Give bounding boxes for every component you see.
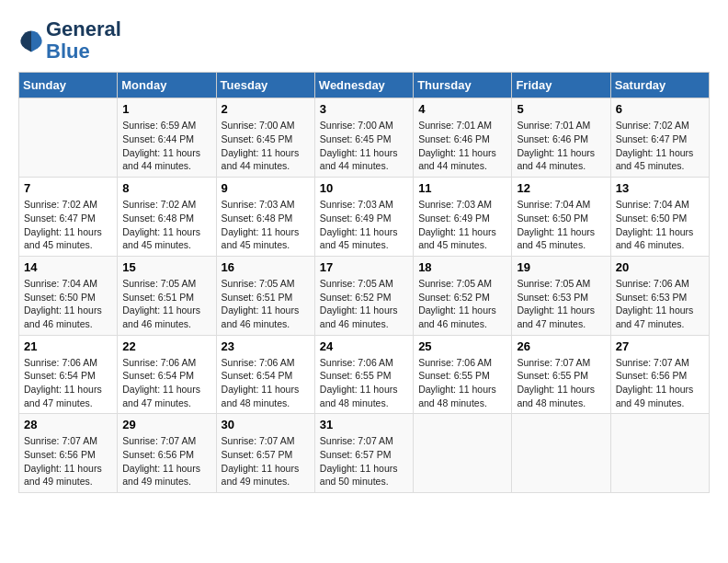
day-number: 5 — [517, 102, 605, 116]
calendar-cell: 31Sunrise: 7:07 AM Sunset: 6:57 PM Dayli… — [314, 414, 413, 493]
calendar-cell: 30Sunrise: 7:07 AM Sunset: 6:57 PM Dayli… — [216, 414, 314, 493]
day-info: Sunrise: 7:04 AM Sunset: 6:50 PM Dayligh… — [616, 198, 704, 252]
calendar-cell: 28Sunrise: 7:07 AM Sunset: 6:56 PM Dayli… — [19, 414, 118, 493]
day-info: Sunrise: 7:07 AM Sunset: 6:56 PM Dayligh… — [122, 434, 210, 488]
calendar-cell: 21Sunrise: 7:06 AM Sunset: 6:54 PM Dayli… — [19, 335, 118, 414]
day-number: 11 — [418, 181, 506, 195]
day-number: 15 — [122, 260, 210, 274]
calendar-cell: 25Sunrise: 7:06 AM Sunset: 6:55 PM Dayli… — [414, 335, 512, 414]
calendar-body: 1Sunrise: 6:59 AM Sunset: 6:44 PM Daylig… — [19, 98, 710, 493]
day-number: 29 — [122, 418, 210, 431]
day-info: Sunrise: 7:07 AM Sunset: 6:56 PM Dayligh… — [616, 356, 704, 410]
calendar-cell: 8Sunrise: 7:02 AM Sunset: 6:48 PM Daylig… — [118, 178, 216, 257]
day-info: Sunrise: 7:02 AM Sunset: 6:47 PM Dayligh… — [24, 198, 112, 252]
logo-icon — [18, 28, 44, 53]
calendar-cell: 9Sunrise: 7:03 AM Sunset: 6:48 PM Daylig… — [216, 178, 314, 257]
day-info: Sunrise: 7:04 AM Sunset: 6:50 PM Dayligh… — [24, 277, 112, 331]
day-number: 19 — [517, 260, 605, 274]
day-info: Sunrise: 7:06 AM Sunset: 6:55 PM Dayligh… — [320, 356, 408, 410]
day-number: 18 — [418, 260, 506, 274]
calendar-cell: 18Sunrise: 7:05 AM Sunset: 6:52 PM Dayli… — [414, 256, 512, 335]
calendar-cell: 10Sunrise: 7:03 AM Sunset: 6:49 PM Dayli… — [314, 178, 413, 257]
logo-text: General Blue — [46, 18, 121, 63]
day-number: 23 — [222, 339, 310, 353]
day-info: Sunrise: 7:07 AM Sunset: 6:57 PM Dayligh… — [222, 434, 310, 488]
day-info: Sunrise: 7:07 AM Sunset: 6:55 PM Dayligh… — [517, 356, 605, 410]
day-info: Sunrise: 6:59 AM Sunset: 6:44 PM Dayligh… — [122, 119, 210, 173]
day-number: 8 — [122, 181, 210, 195]
day-info: Sunrise: 7:06 AM Sunset: 6:54 PM Dayligh… — [222, 356, 310, 410]
calendar-cell: 23Sunrise: 7:06 AM Sunset: 6:54 PM Dayli… — [216, 335, 314, 414]
calendar-cell: 13Sunrise: 7:04 AM Sunset: 6:50 PM Dayli… — [610, 178, 709, 257]
calendar-cell: 12Sunrise: 7:04 AM Sunset: 6:50 PM Dayli… — [512, 178, 610, 257]
calendar-cell: 27Sunrise: 7:07 AM Sunset: 6:56 PM Dayli… — [610, 335, 709, 414]
column-header-tuesday: Tuesday — [216, 73, 314, 98]
calendar-cell: 14Sunrise: 7:04 AM Sunset: 6:50 PM Dayli… — [19, 256, 118, 335]
day-number: 25 — [418, 339, 506, 353]
calendar-cell: 29Sunrise: 7:07 AM Sunset: 6:56 PM Dayli… — [118, 414, 216, 493]
week-row-5: 28Sunrise: 7:07 AM Sunset: 6:56 PM Dayli… — [19, 414, 710, 493]
calendar-cell — [19, 98, 118, 178]
calendar-cell: 26Sunrise: 7:07 AM Sunset: 6:55 PM Dayli… — [512, 335, 610, 414]
column-header-wednesday: Wednesday — [314, 73, 413, 98]
day-number: 22 — [122, 339, 210, 353]
calendar-cell: 6Sunrise: 7:02 AM Sunset: 6:47 PM Daylig… — [610, 98, 709, 178]
day-info: Sunrise: 7:01 AM Sunset: 6:46 PM Dayligh… — [418, 119, 506, 173]
day-info: Sunrise: 7:05 AM Sunset: 6:52 PM Dayligh… — [320, 277, 408, 331]
calendar-cell: 5Sunrise: 7:01 AM Sunset: 6:46 PM Daylig… — [512, 98, 610, 178]
calendar-cell: 3Sunrise: 7:00 AM Sunset: 6:45 PM Daylig… — [314, 98, 413, 178]
day-info: Sunrise: 7:02 AM Sunset: 6:48 PM Dayligh… — [122, 198, 210, 252]
day-info: Sunrise: 7:00 AM Sunset: 6:45 PM Dayligh… — [320, 119, 408, 173]
calendar-table: SundayMondayTuesdayWednesdayThursdayFrid… — [18, 72, 710, 493]
calendar-cell: 7Sunrise: 7:02 AM Sunset: 6:47 PM Daylig… — [19, 178, 118, 257]
day-info: Sunrise: 7:02 AM Sunset: 6:47 PM Dayligh… — [616, 119, 704, 173]
calendar-cell: 16Sunrise: 7:05 AM Sunset: 6:51 PM Dayli… — [216, 256, 314, 335]
column-header-monday: Monday — [118, 73, 216, 98]
day-info: Sunrise: 7:07 AM Sunset: 6:56 PM Dayligh… — [24, 434, 112, 488]
calendar-cell: 11Sunrise: 7:03 AM Sunset: 6:49 PM Dayli… — [414, 178, 512, 257]
day-info: Sunrise: 7:05 AM Sunset: 6:53 PM Dayligh… — [517, 277, 605, 331]
header-row: SundayMondayTuesdayWednesdayThursdayFrid… — [19, 73, 710, 98]
day-number: 10 — [320, 181, 408, 195]
week-row-1: 1Sunrise: 6:59 AM Sunset: 6:44 PM Daylig… — [19, 98, 710, 178]
day-number: 14 — [24, 260, 112, 274]
day-number: 7 — [24, 181, 112, 195]
day-info: Sunrise: 7:03 AM Sunset: 6:49 PM Dayligh… — [320, 198, 408, 252]
day-number: 17 — [320, 260, 408, 274]
calendar-cell: 17Sunrise: 7:05 AM Sunset: 6:52 PM Dayli… — [314, 256, 413, 335]
day-info: Sunrise: 7:07 AM Sunset: 6:57 PM Dayligh… — [320, 434, 408, 488]
day-number: 28 — [24, 418, 112, 431]
calendar-cell: 24Sunrise: 7:06 AM Sunset: 6:55 PM Dayli… — [314, 335, 413, 414]
day-info: Sunrise: 7:04 AM Sunset: 6:50 PM Dayligh… — [517, 198, 605, 252]
calendar-cell — [414, 414, 512, 493]
day-info: Sunrise: 7:03 AM Sunset: 6:49 PM Dayligh… — [418, 198, 506, 252]
day-number: 1 — [122, 102, 210, 116]
day-info: Sunrise: 7:06 AM Sunset: 6:54 PM Dayligh… — [24, 356, 112, 410]
day-info: Sunrise: 7:03 AM Sunset: 6:48 PM Dayligh… — [222, 198, 310, 252]
calendar-cell: 20Sunrise: 7:06 AM Sunset: 6:53 PM Dayli… — [610, 256, 709, 335]
day-number: 16 — [222, 260, 310, 274]
calendar-cell: 22Sunrise: 7:06 AM Sunset: 6:54 PM Dayli… — [118, 335, 216, 414]
day-number: 26 — [517, 339, 605, 353]
logo: General Blue — [18, 18, 121, 63]
calendar-cell: 1Sunrise: 6:59 AM Sunset: 6:44 PM Daylig… — [118, 98, 216, 178]
day-number: 24 — [320, 339, 408, 353]
column-header-thursday: Thursday — [414, 73, 512, 98]
calendar-cell: 19Sunrise: 7:05 AM Sunset: 6:53 PM Dayli… — [512, 256, 610, 335]
day-number: 4 — [418, 102, 506, 116]
day-number: 30 — [222, 418, 310, 431]
calendar-cell — [610, 414, 709, 493]
week-row-2: 7Sunrise: 7:02 AM Sunset: 6:47 PM Daylig… — [19, 178, 710, 257]
calendar-cell: 15Sunrise: 7:05 AM Sunset: 6:51 PM Dayli… — [118, 256, 216, 335]
day-info: Sunrise: 7:05 AM Sunset: 6:51 PM Dayligh… — [222, 277, 310, 331]
calendar-cell: 2Sunrise: 7:00 AM Sunset: 6:45 PM Daylig… — [216, 98, 314, 178]
day-info: Sunrise: 7:06 AM Sunset: 6:54 PM Dayligh… — [122, 356, 210, 410]
column-header-friday: Friday — [512, 73, 610, 98]
day-number: 20 — [616, 260, 704, 274]
day-number: 31 — [320, 418, 408, 431]
day-info: Sunrise: 7:06 AM Sunset: 6:55 PM Dayligh… — [418, 356, 506, 410]
page-header: General Blue — [18, 18, 710, 63]
day-number: 9 — [222, 181, 310, 195]
column-header-saturday: Saturday — [610, 73, 709, 98]
day-number: 12 — [517, 181, 605, 195]
